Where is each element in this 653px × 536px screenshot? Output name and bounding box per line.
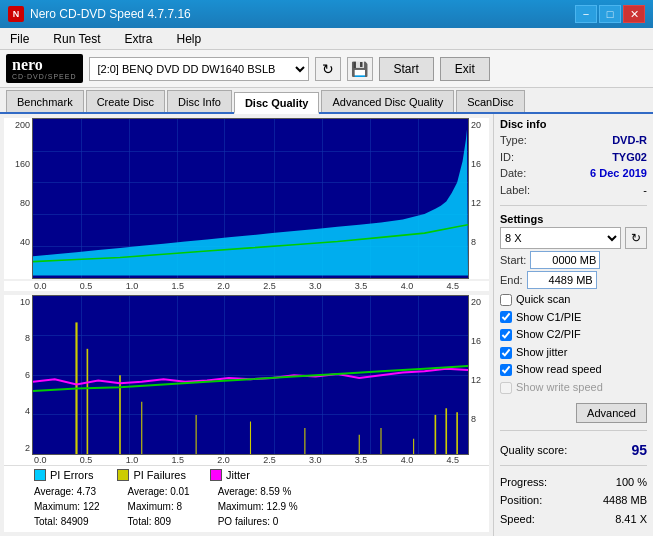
start-button[interactable]: Start: [379, 57, 434, 81]
legend-jitter: Jitter: [210, 469, 250, 481]
position-row: Position: 4488 MB: [500, 491, 647, 510]
quick-scan-label: Quick scan: [516, 291, 570, 309]
legend-pi-failures: PI Failures: [117, 469, 186, 481]
pi-failures-stats: Average: 0.01 Maximum: 8 Total: 809: [128, 484, 190, 529]
tab-disc-info[interactable]: Disc Info: [167, 90, 232, 112]
top-chart-y-right: 20 16 12 8: [469, 118, 489, 279]
disc-id-row: ID: TYG02: [500, 149, 647, 166]
menu-file[interactable]: File: [6, 30, 33, 48]
show-c2-pif-checkbox[interactable]: [500, 329, 512, 341]
show-write-speed-checkbox[interactable]: [500, 382, 512, 394]
drive-selector[interactable]: [2:0] BENQ DVD DD DW1640 BSLB: [89, 57, 309, 81]
disc-info-section: Disc info Type: DVD-R ID: TYG02 Date: 6 …: [500, 118, 647, 198]
menu-run-test[interactable]: Run Test: [49, 30, 104, 48]
legend-pi-errors: PI Errors: [34, 469, 93, 481]
top-chart-svg: [33, 119, 468, 278]
speed-row: 8 X ↻: [500, 227, 647, 249]
title-bar: N Nero CD-DVD Speed 4.7.7.16 − □ ✕: [0, 0, 653, 28]
show-read-speed-label: Show read speed: [516, 361, 602, 379]
show-read-speed-checkbox[interactable]: [500, 364, 512, 376]
settings-title: Settings: [500, 213, 647, 225]
pi-errors-stats: Average: 4.73 Maximum: 122 Total: 84909: [34, 484, 100, 529]
top-chart-container: 200 160 80 40: [4, 118, 489, 279]
show-read-speed-row: Show read speed: [500, 361, 647, 379]
end-label: End:: [500, 274, 523, 286]
close-button[interactable]: ✕: [623, 5, 645, 23]
quality-score-row: Quality score: 95: [500, 442, 647, 458]
disc-date-label: Date:: [500, 165, 526, 182]
show-c1-pie-checkbox[interactable]: [500, 311, 512, 323]
jitter-icon: [210, 469, 222, 481]
legend-row: PI Errors PI Failures Jitter: [34, 469, 459, 481]
tab-disc-quality[interactable]: Disc Quality: [234, 92, 320, 114]
bottom-chart-container: 10 8 6 4 2: [4, 295, 489, 456]
exit-button[interactable]: Exit: [440, 57, 490, 81]
tab-advanced-disc-quality[interactable]: Advanced Disc Quality: [321, 90, 454, 112]
save-button[interactable]: 💾: [347, 57, 373, 81]
quick-scan-row: Quick scan: [500, 291, 647, 309]
minimize-button[interactable]: −: [575, 5, 597, 23]
bottom-chart-x-axis: 0.0 0.5 1.0 1.5 2.0 2.5 3.0 3.5 4.0 4.5: [4, 455, 489, 465]
speed-row-2: Speed: 8.41 X: [500, 510, 647, 529]
show-c2-pif-row: Show C2/PIF: [500, 326, 647, 344]
advanced-button[interactable]: Advanced: [576, 403, 647, 423]
start-label: Start:: [500, 254, 526, 266]
disc-id-label: ID:: [500, 149, 514, 166]
disc-label-value: -: [643, 182, 647, 199]
progress-value: 100 %: [616, 473, 647, 492]
speed-value: 8.41 X: [615, 510, 647, 529]
end-input[interactable]: [527, 271, 597, 289]
show-jitter-checkbox[interactable]: [500, 347, 512, 359]
disc-id-value: TYG02: [612, 149, 647, 166]
po-failures-label: PO failures:: [218, 516, 270, 527]
disc-type-row: Type: DVD-R: [500, 132, 647, 149]
tab-benchmark[interactable]: Benchmark: [6, 90, 84, 112]
tab-bar: Benchmark Create Disc Disc Info Disc Qua…: [0, 88, 653, 114]
jitter-label: Jitter: [226, 469, 250, 481]
tab-create-disc[interactable]: Create Disc: [86, 90, 165, 112]
app-icon: N: [8, 6, 24, 22]
nero-logo: nero: [12, 56, 77, 74]
settings-refresh-btn[interactable]: ↻: [625, 227, 647, 249]
pi-failures-icon: [117, 469, 129, 481]
quality-score-value: 95: [631, 442, 647, 458]
top-chart-y-left: 200 160 80 40: [4, 118, 32, 279]
progress-section: Progress: 100 % Position: 4488 MB Speed:…: [500, 473, 647, 529]
progress-row: Progress: 100 %: [500, 473, 647, 492]
jitter-maximum: 12.9 %: [267, 501, 298, 512]
disc-date-row: Date: 6 Dec 2019: [500, 165, 647, 182]
disc-label-label: Label:: [500, 182, 530, 199]
jitter-stats: Average: 8.59 % Maximum: 12.9 % PO failu…: [218, 484, 298, 529]
title-text: Nero CD-DVD Speed 4.7.7.16: [30, 7, 191, 21]
bottom-chart-y-right: 20 16 12 8: [469, 295, 489, 456]
show-c2-pif-label: Show C2/PIF: [516, 326, 581, 344]
quick-scan-checkbox[interactable]: [500, 294, 512, 306]
maximize-button[interactable]: □: [599, 5, 621, 23]
refresh-button[interactable]: ↻: [315, 57, 341, 81]
disc-info-title: Disc info: [500, 118, 647, 130]
disc-label-row: Label: -: [500, 182, 647, 199]
bottom-chart-y-left: 10 8 6 4 2: [4, 295, 32, 456]
pi-errors-icon: [34, 469, 46, 481]
separator-2: [500, 430, 647, 431]
separator-3: [500, 465, 647, 466]
toolbar: nero CD·DVD/SPEED [2:0] BENQ DVD DD DW16…: [0, 50, 653, 88]
pi-errors-average: 4.73: [77, 486, 96, 497]
advanced-btn-container: Advanced: [500, 401, 647, 423]
tab-scan-disc[interactable]: ScanDisc: [456, 90, 524, 112]
bottom-chart-svg: [33, 296, 468, 455]
end-row: End:: [500, 271, 647, 289]
speed-label: Speed:: [500, 510, 535, 529]
menu-help[interactable]: Help: [173, 30, 206, 48]
speed-select[interactable]: 8 X: [500, 227, 621, 249]
svg-marker-0: [33, 130, 468, 276]
stats-row: Average: 4.73 Maximum: 122 Total: 84909 …: [34, 484, 459, 529]
start-input[interactable]: [530, 251, 600, 269]
right-panel: Disc info Type: DVD-R ID: TYG02 Date: 6 …: [493, 114, 653, 536]
menu-extra[interactable]: Extra: [120, 30, 156, 48]
separator-1: [500, 205, 647, 206]
po-failures-value: 0: [273, 516, 279, 527]
legend-stats: PI Errors PI Failures Jitter Average: 4.…: [4, 465, 489, 532]
pi-errors-label: PI Errors: [50, 469, 93, 481]
bottom-chart: [32, 295, 469, 456]
